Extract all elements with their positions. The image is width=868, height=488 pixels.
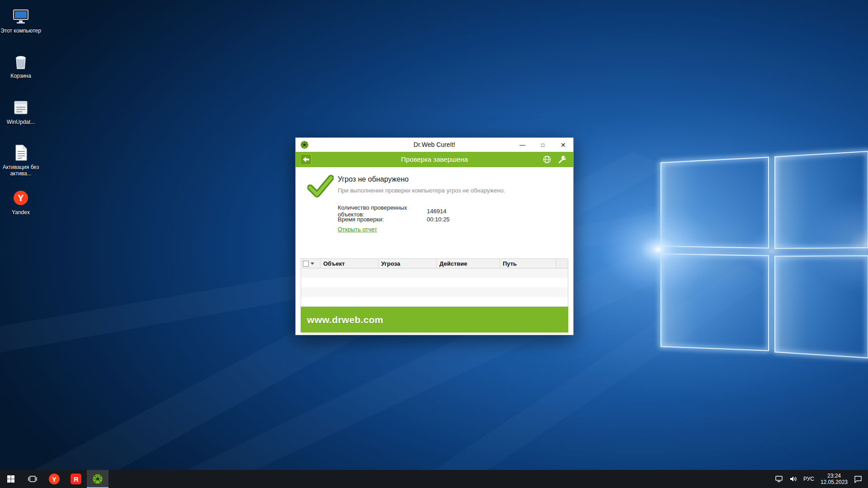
tray-hardware-button[interactable] [772,470,786,488]
stat-value: 146914 [427,208,446,215]
settings-wrench-icon[interactable] [558,155,567,164]
taskbar-yandex-browser[interactable]: Y [43,470,65,488]
taskbar: Y Я [0,470,868,488]
yandex-icon: Y [11,188,31,208]
drweb-taskbar-icon [92,474,103,484]
desktop-icon-activation[interactable]: Активация без актива... [0,143,42,177]
taskbar-yandex-app[interactable]: Я [65,470,87,488]
system-tray: РУС 23:24 12.05.2023 [772,470,868,488]
minimize-button[interactable]: — [512,138,533,152]
yandex-browser-icon: Y [49,474,60,484]
drweb-site-banner[interactable]: www.drweb.com [301,307,568,333]
maximize-button[interactable]: □ [533,138,553,152]
desktop-icon-this-pc[interactable]: Этот компьютер [0,6,42,34]
clock-time: 23:24 [827,473,841,479]
this-pc-icon [11,6,31,26]
desktop-icon-recycle-bin[interactable]: Корзина [0,52,42,79]
result-title: Угроз не обнаружено [338,175,409,183]
scan-stats: Количество проверенных объектов: 146914 … [338,207,450,223]
tray-volume-button[interactable] [786,470,800,488]
speaker-icon [789,475,797,483]
desktop-icon-winupdate[interactable]: WinUpdat... [0,98,42,125]
stat-label: Время проверки: [338,216,427,223]
icon-label: Yandex [0,209,42,216]
success-checkmark-icon [307,174,334,198]
recycle-bin-icon [11,52,31,71]
hardware-monitor-icon [775,475,783,483]
taskbar-drweb-cureit[interactable] [87,470,108,488]
column-filter-arrow[interactable] [311,263,314,265]
table-scrollbar-track[interactable] [556,259,568,268]
threats-table: Объект Угроза Действие Путь [301,258,568,307]
taskbar-left: Y Я [0,470,108,488]
clock-date: 12.05.2023 [821,479,848,485]
titlebar[interactable]: Dr.Web CureIt! — □ ✕ [296,138,573,152]
stat-objects: Количество проверенных объектов: 146914 [338,207,450,215]
icon-label: Активация без актива... [0,164,42,177]
desktop-screen: Этот компьютер Корзина WinUpdat... [0,0,868,488]
table-row [301,297,568,306]
select-all-checkbox[interactable] [303,261,309,267]
document-icon [11,143,31,163]
table-row [301,278,568,287]
table-row [301,268,568,278]
table-header: Объект Угроза Действие Путь [301,259,568,268]
table-row [301,287,568,297]
scan-status-text: Проверка завершена [296,152,573,167]
yandex-app-icon: Я [71,474,81,484]
icon-label: Этот компьютер [0,28,42,34]
stat-value: 00:10:25 [427,216,450,223]
language-indicator[interactable]: РУС [800,470,817,488]
desktop-icon-yandex[interactable]: Y Yandex [0,188,42,216]
result-subtitle: При выполнении проверки компьютера угроз… [338,187,505,194]
action-center-icon [854,475,862,483]
task-view-icon [28,475,37,483]
scan-status-header: Проверка завершена [296,152,573,167]
svg-text:Y: Y [18,193,24,203]
column-path[interactable]: Путь [500,259,556,268]
select-all-column[interactable] [301,259,321,268]
icon-label: WinUpdat... [0,119,42,125]
open-report-link[interactable]: Открыть отчет [338,226,377,233]
windows-logo-icon [7,475,15,483]
window-controls: — □ ✕ [512,138,573,152]
task-view-button[interactable] [22,470,43,488]
drweb-cureit-window: Dr.Web CureIt! — □ ✕ Проверка завершена [295,137,574,335]
column-threat[interactable]: Угроза [378,259,437,268]
stat-duration: Время проверки: 00:10:25 [338,215,450,223]
close-button[interactable]: ✕ [553,138,573,152]
language-globe-icon[interactable] [542,155,552,164]
icon-label: Корзина [0,73,42,79]
column-object[interactable]: Объект [321,259,378,268]
action-center-button[interactable] [851,470,865,488]
column-action[interactable]: Действие [437,259,500,268]
scan-result-panel: Угроз не обнаружено При выполнении прове… [296,167,573,259]
start-button[interactable] [0,470,22,488]
taskbar-clock[interactable]: 23:24 12.05.2023 [817,470,851,488]
winupdate-icon [11,98,31,117]
